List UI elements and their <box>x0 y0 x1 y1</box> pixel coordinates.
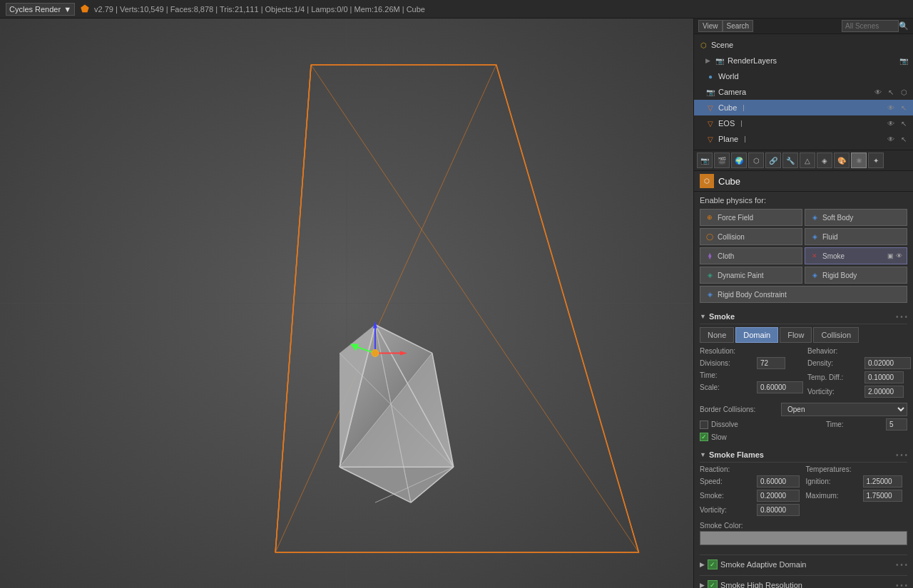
maximum-value[interactable]: 1.75000 <box>863 490 902 502</box>
outliner-item-renderlayers[interactable]: ▶ 📷 RenderLayers 📷 <box>694 53 913 68</box>
smoke-color-swatch[interactable] <box>700 531 907 545</box>
scene-prop-icon[interactable]: 🎬 <box>714 153 730 168</box>
ignition-label: Ignition: <box>806 478 863 485</box>
object-prop-icon[interactable]: ⬡ <box>748 153 764 168</box>
view-button[interactable]: View <box>698 20 723 32</box>
vorticity-flames-value[interactable]: 0.80000 <box>757 504 800 516</box>
vorticity-flames-row: Vorticity: 0.80000 <box>700 504 802 516</box>
scale-value[interactable]: 0.60000 <box>757 381 803 393</box>
cube-label: Cube <box>718 103 737 112</box>
rigid-body-constraint-button[interactable]: ◈ Rigid Body Constraint <box>700 286 907 303</box>
dynamic-paint-label: Dynamic Paint <box>718 272 763 279</box>
viewport[interactable] <box>0 19 693 588</box>
texture-prop-icon[interactable]: 🎨 <box>834 153 850 168</box>
resolution-col-header: Resolution: <box>700 347 803 355</box>
divisions-value[interactable]: 72 <box>757 357 785 369</box>
eos-separator: | <box>740 120 742 127</box>
physics-prop-icon[interactable]: ⚛ <box>851 153 867 168</box>
plane-label: Plane <box>718 135 738 143</box>
vorticity-value[interactable]: 2.00000 <box>864 386 904 398</box>
speed-value[interactable]: 0.60000 <box>757 475 800 488</box>
renderer-dropdown[interactable]: Cycles Render ▼ <box>6 3 75 16</box>
data-prop-icon[interactable]: △ <box>800 153 815 168</box>
tab-none[interactable]: None <box>700 327 734 343</box>
cube-cursor-icon: ↖ <box>899 103 909 113</box>
smoke-high-res-header[interactable]: ▶ ✓ Smoke High Resolution • • • <box>700 578 907 588</box>
flames-options[interactable]: • • • <box>896 451 907 459</box>
render-prop-icon[interactable]: 📷 <box>697 153 713 168</box>
border-collision-select[interactable]: Open <box>781 403 907 416</box>
world-label: World <box>718 72 739 81</box>
plane-eye-icon[interactable]: 👁 <box>886 134 896 144</box>
smoke-adaptive-domain-header[interactable]: ▶ ✓ Smoke Adaptive Domain • • • <box>700 557 907 572</box>
divider-1 <box>700 555 907 555</box>
outliner-item-camera[interactable]: 📷 Camera 👁 ↖ ⬡ <box>694 84 913 100</box>
scene-icon: ⬡ <box>698 40 708 50</box>
border-collisions-row: Border Collisions: Open <box>700 403 907 416</box>
scale-label: Scale: <box>700 383 757 391</box>
smoke-button[interactable]: ✕ Smoke ▣ 👁 <box>805 247 907 264</box>
behavior-col-header: Behavior: <box>807 347 911 355</box>
outliner-item-scene[interactable]: ⬡ Scene <box>694 37 913 53</box>
soft-body-button[interactable]: ◈ Soft Body <box>805 209 907 226</box>
constraint-prop-icon[interactable]: 🔗 <box>765 153 781 168</box>
search-button[interactable]: Search <box>723 20 754 32</box>
tab-domain[interactable]: Domain <box>735 327 778 343</box>
expand-icon: ▶ <box>705 57 710 64</box>
tab-flow[interactable]: Flow <box>780 327 812 343</box>
cube-eye-icon[interactable]: 👁 <box>886 103 896 113</box>
dissolve-checkbox[interactable] <box>700 421 708 429</box>
modifier-prop-icon[interactable]: 🔧 <box>782 153 798 168</box>
eos-eye-icon[interactable]: 👁 <box>886 118 896 128</box>
resolution-col: Resolution: Divisions: 72 Time: Scale: 0… <box>700 347 803 400</box>
slow-label: Slow <box>711 433 727 441</box>
outliner-search-input[interactable] <box>842 20 899 32</box>
svg-point-32 <box>372 349 379 356</box>
force-field-button[interactable]: ⊕ Force Field <box>700 209 802 226</box>
temp-diff-value[interactable]: 0.10000 <box>864 371 904 383</box>
smoke-color-label: Smoke Color: <box>700 522 743 530</box>
smoke-val[interactable]: 0.20000 <box>757 490 800 502</box>
outliner-item-eos[interactable]: ▽ EOS | 👁 ↖ <box>694 115 913 131</box>
high-res-label: Smoke High Resolution <box>720 581 802 588</box>
particles-prop-icon[interactable]: ✦ <box>868 153 884 168</box>
force-field-label: Force Field <box>718 214 753 222</box>
smoke-flames-header[interactable]: ▼ Smoke Flames • • • <box>700 448 907 463</box>
properties-scroll[interactable]: ⬡ Cube Enable physics for: ⊕ Force Field… <box>694 171 913 588</box>
dynamic-paint-button[interactable]: ◈ Dynamic Paint <box>700 267 802 284</box>
camera-eye-icon[interactable]: 👁 <box>873 87 883 97</box>
ignition-value[interactable]: 1.25000 <box>863 475 902 488</box>
smoke-section-options[interactable]: • • • <box>896 313 907 321</box>
outliner-item-plane[interactable]: ▽ Plane | 👁 ↖ <box>694 131 913 147</box>
viewport-svg <box>0 19 693 588</box>
collision-button[interactable]: ◯ Collision <box>700 228 802 245</box>
camera-icon: 📷 <box>705 87 715 97</box>
topbar: Cycles Render ▼ ⬟ v2.79 | Verts:10,549 |… <box>0 0 913 19</box>
smoke-section-header[interactable]: ▼ Smoke • • • <box>700 309 907 324</box>
high-res-options[interactable]: • • • <box>896 582 907 589</box>
density-value[interactable]: 0.02000 <box>864 357 911 369</box>
adaptive-domain-options[interactable]: • • • <box>896 561 907 569</box>
outliner-item-cube[interactable]: ▽ Cube | 👁 ↖ <box>694 100 913 115</box>
world-prop-icon[interactable]: 🌍 <box>731 153 747 168</box>
slow-checkbox[interactable]: ✓ <box>700 433 708 441</box>
fluid-button[interactable]: ◈ Fluid <box>805 228 907 245</box>
cloth-button[interactable]: ⧫ Cloth <box>700 247 802 264</box>
material-prop-icon[interactable]: ◈ <box>817 153 832 168</box>
time-label: Time: <box>700 371 757 379</box>
fluid-icon: ◈ <box>810 232 820 242</box>
dissolve-row: Dissolve Time: 5 <box>700 418 907 430</box>
force-field-icon: ⊕ <box>705 212 715 222</box>
outliner-item-world[interactable]: ● World <box>694 68 913 84</box>
tab-collision[interactable]: Collision <box>813 327 859 343</box>
adaptive-domain-checkbox[interactable]: ✓ <box>708 559 718 569</box>
eos-icon: ▽ <box>705 118 715 128</box>
rigid-body-button[interactable]: ◈ Rigid Body <box>805 267 907 284</box>
high-res-checkbox[interactable]: ✓ <box>708 580 718 588</box>
temperatures-col: Temperatures: Ignition: 1.25000 Maximum:… <box>806 465 908 518</box>
smoke-tabs: None Domain Flow Collision <box>700 327 907 343</box>
time-val[interactable]: 5 <box>886 418 907 430</box>
vorticity-row: Vorticity: 2.00000 <box>807 386 911 398</box>
temperatures-header: Temperatures: <box>806 465 908 473</box>
rbc-icon: ◈ <box>705 289 715 299</box>
